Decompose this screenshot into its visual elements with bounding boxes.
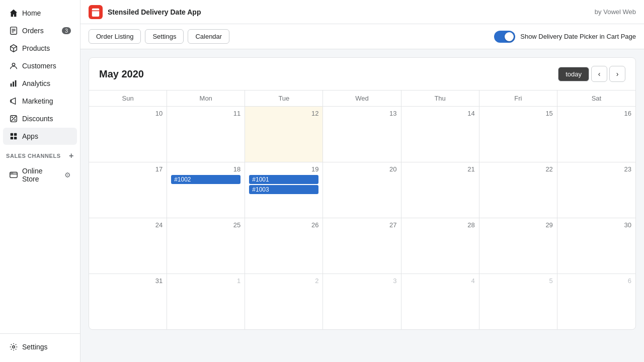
sidebar-item-discounts-label: Discounts [22, 115, 53, 123]
calendar-cell[interactable]: 3 [323, 274, 401, 329]
orders-badge: 3 [62, 27, 71, 34]
day-name-thu: Thu [401, 90, 479, 106]
calendar-cell[interactable]: 17 [89, 162, 167, 218]
cell-date: 17 [93, 165, 163, 173]
sidebar-item-analytics[interactable]: Analytics [3, 75, 77, 92]
calendar-tab[interactable]: Calendar [188, 29, 229, 44]
day-name-wed: Wed [323, 90, 401, 106]
calendar-cell[interactable]: 13 [323, 107, 401, 162]
toggle-label: Show Delivery Date Picker in Cart Page [520, 33, 636, 40]
svg-line-5 [11, 46, 14, 48]
calendar-cell[interactable]: 22 [479, 162, 557, 218]
calendar-cell[interactable]: 29 [479, 218, 557, 274]
calendar-week: 31 1 2 3 4 5 6 [89, 274, 635, 329]
sales-channels-section: SALES CHANNELS + [0, 145, 80, 162]
event-1003[interactable]: #1003 [249, 185, 318, 194]
svg-point-24 [13, 346, 15, 348]
calendar-cell[interactable]: 21 [401, 162, 479, 218]
sidebar-item-apps-label: Apps [22, 132, 38, 140]
sidebar-item-marketing[interactable]: Marketing [3, 93, 77, 110]
products-icon [9, 44, 18, 53]
cell-date: 29 [484, 221, 553, 229]
svg-rect-8 [11, 83, 12, 86]
today-button[interactable]: today [558, 67, 589, 81]
svg-line-6 [14, 46, 17, 48]
sidebar-item-marketing-label: Marketing [22, 97, 53, 105]
app-header: Stensiled Delivery Date App by Vowel Web [80, 0, 644, 24]
next-month-button[interactable]: › [609, 66, 625, 82]
cell-date: 27 [327, 221, 396, 229]
cell-date: 25 [171, 221, 240, 229]
calendar-cell[interactable]: 26 [245, 218, 323, 274]
calendar-cell[interactable]: 27 [323, 218, 401, 274]
sidebar: Home Orders 3 Products Customers A [0, 0, 80, 362]
calendar-cell[interactable]: 28 [401, 218, 479, 274]
sidebar-item-apps[interactable]: Apps [3, 128, 77, 145]
svg-rect-18 [11, 137, 13, 139]
calendar-cell[interactable]: 31 [89, 274, 167, 329]
calendar-cell-today[interactable]: 12 [245, 107, 323, 162]
app-icon [89, 5, 103, 19]
calendar-cell[interactable]: 10 [89, 107, 167, 162]
calendar-cell[interactable]: 6 [557, 274, 635, 329]
cell-date: 18 [171, 165, 240, 173]
calendar-weeks: 10 11 12 13 14 15 16 17 18 #1002 [89, 107, 635, 329]
calendar-cell[interactable]: 5 [479, 274, 557, 329]
day-name-sun: Sun [89, 90, 167, 106]
sidebar-item-online-store[interactable]: Online Store ⚙ [3, 163, 77, 187]
day-name-fri: Fri [479, 90, 557, 106]
cell-date: 26 [249, 221, 318, 229]
sidebar-item-settings[interactable]: Settings [3, 338, 77, 355]
sidebar-item-customers-label: Customers [22, 62, 56, 70]
cell-date: 23 [561, 165, 631, 173]
online-store-settings-icon[interactable]: ⚙ [64, 171, 71, 179]
calendar-cell[interactable]: 16 [557, 107, 635, 162]
settings-tab[interactable]: Settings [145, 29, 184, 44]
calendar-cell[interactable]: 30 [557, 218, 635, 274]
svg-point-22 [11, 172, 12, 173]
sidebar-bottom: Settings [0, 333, 80, 362]
sidebar-item-products[interactable]: Products [3, 40, 77, 57]
event-1002[interactable]: #1002 [171, 175, 240, 184]
orders-icon [9, 26, 18, 35]
calendar-week: 17 18 #1002 19 #1001 #1003 20 21 22 [89, 162, 635, 218]
calendar-cell[interactable]: 4 [401, 274, 479, 329]
home-icon [9, 9, 18, 18]
sidebar-item-discounts[interactable]: Discounts [3, 110, 77, 127]
calendar-title: May 2020 [99, 68, 144, 80]
delivery-date-toggle[interactable] [494, 31, 515, 43]
svg-rect-16 [11, 133, 13, 136]
cell-date: 13 [327, 110, 396, 117]
calendar-cell[interactable]: 14 [401, 107, 479, 162]
sidebar-item-home[interactable]: Home [3, 5, 77, 22]
calendar-cell[interactable]: 23 [557, 162, 635, 218]
cell-date: 16 [561, 110, 631, 117]
sidebar-item-orders[interactable]: Orders 3 [3, 22, 77, 39]
calendar-cell[interactable]: 1 [167, 274, 245, 329]
calendar-header: May 2020 today ‹ › [89, 58, 635, 90]
add-sales-channel-button[interactable]: + [69, 151, 74, 160]
svg-point-13 [14, 119, 16, 121]
calendar-container: May 2020 today ‹ › Sun Mon Tue Wed Thu F… [80, 49, 644, 362]
settings-icon [9, 342, 18, 351]
sidebar-item-customers[interactable]: Customers [3, 57, 77, 74]
cell-date: 5 [484, 277, 553, 285]
cell-date: 15 [484, 110, 553, 117]
cell-date: 6 [561, 277, 631, 285]
calendar-cell[interactable]: 18 #1002 [167, 162, 245, 218]
calendar-cell[interactable]: 20 [323, 162, 401, 218]
apps-icon [9, 132, 18, 141]
order-listing-tab[interactable]: Order Listing [89, 29, 141, 44]
calendar-week: 24 25 26 27 28 29 30 [89, 218, 635, 274]
cell-date: 14 [406, 110, 475, 117]
calendar-cell[interactable]: 11 [167, 107, 245, 162]
marketing-icon [9, 97, 18, 106]
calendar-cell[interactable]: 2 [245, 274, 323, 329]
svg-rect-9 [13, 81, 14, 86]
calendar-cell[interactable]: 19 #1001 #1003 [245, 162, 323, 218]
calendar-cell[interactable]: 25 [167, 218, 245, 274]
calendar-cell[interactable]: 15 [479, 107, 557, 162]
prev-month-button[interactable]: ‹ [591, 66, 607, 82]
calendar-cell[interactable]: 24 [89, 218, 167, 274]
event-1001[interactable]: #1001 [249, 175, 318, 184]
